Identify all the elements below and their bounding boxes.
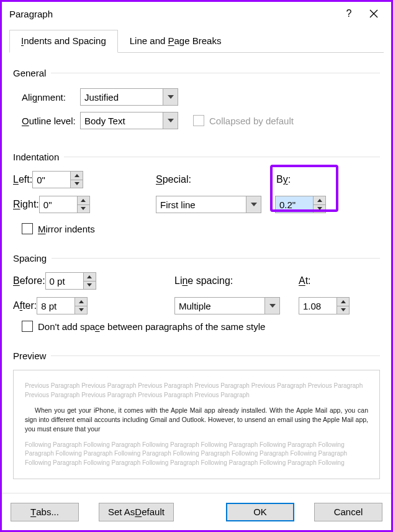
no-add-space-checkbox[interactable]: Don't add space between paragraphs of th… — [13, 321, 380, 332]
close-button[interactable] — [361, 4, 386, 23]
at-spinner[interactable]: 1.08 — [299, 297, 350, 314]
at-label: At: — [299, 275, 311, 287]
alignment-value: Justified — [81, 89, 163, 105]
spin-down-icon[interactable] — [84, 282, 96, 290]
alignment-combo[interactable]: Justified — [80, 88, 178, 106]
indent-right-spinner[interactable]: 0" — [39, 196, 90, 213]
section-general: General — [13, 68, 380, 78]
preview-next-text: Following Paragraph Following Paragraph … — [25, 441, 368, 468]
line-spacing-label: Line spacing: — [174, 275, 233, 287]
spin-down-icon[interactable] — [75, 306, 87, 314]
before-label: Before: — [13, 275, 45, 287]
chevron-down-icon — [246, 196, 261, 213]
collapsed-label: Collapsed by default — [209, 116, 294, 126]
checkbox-box-icon — [22, 321, 33, 332]
ok-button[interactable]: OK — [226, 503, 294, 521]
checkbox-box-icon — [193, 115, 204, 126]
indent-right-label: Right: — [13, 199, 39, 210]
before-value: 0 pt — [46, 273, 83, 289]
tab-indents-spacing[interactable]: Indents and Spacing — [9, 30, 118, 53]
preview-prev-text: Previous Paragraph Previous Paragraph Pr… — [25, 382, 368, 400]
spin-up-icon[interactable] — [75, 298, 87, 306]
line-spacing-value: Multiple — [175, 298, 264, 314]
after-label: After: — [13, 300, 37, 311]
indent-left-spinner[interactable]: 0" — [32, 171, 83, 188]
spin-down-icon[interactable] — [78, 205, 89, 213]
outline-level-label: Outline level: — [13, 116, 80, 126]
titlebar: Paragraph ? — [2, 2, 391, 25]
section-spacing: Spacing — [13, 253, 380, 264]
no-add-space-label: Don't add space between paragraphs of th… — [38, 321, 265, 332]
chevron-down-icon — [163, 89, 178, 105]
spin-down-icon[interactable] — [71, 180, 83, 188]
help-button[interactable]: ? — [337, 4, 361, 23]
checkbox-box-icon — [22, 223, 33, 234]
mirror-indents-label: Mirror indents — [38, 224, 95, 234]
after-value: 8 pt — [37, 298, 75, 314]
line-spacing-combo[interactable]: Multiple — [174, 297, 280, 314]
dialog-title: Paragraph — [9, 9, 337, 19]
tabs-button[interactable]: Tabs... — [11, 503, 79, 521]
indent-right-value: 0" — [40, 196, 77, 213]
spin-up-icon[interactable] — [84, 273, 96, 282]
set-as-default-button[interactable]: Set As Default — [99, 503, 174, 521]
after-spinner[interactable]: 8 pt — [37, 297, 88, 314]
dialog-footer: Tabs... Set As Default OK Cancel — [2, 493, 391, 530]
indent-left-value: 0" — [33, 172, 70, 188]
before-spinner[interactable]: 0 pt — [45, 272, 96, 290]
chevron-down-icon — [264, 298, 279, 314]
indent-left-label: Left: — [13, 174, 32, 185]
tab-label: ndents and Spacing — [24, 35, 106, 46]
close-icon — [369, 9, 378, 18]
outline-level-value: Body Text — [81, 112, 163, 129]
at-value: 1.08 — [299, 298, 337, 314]
annotation-highlight — [270, 165, 338, 212]
tab-line-page-breaks[interactable]: Line and Page Breaks — [118, 30, 233, 53]
spin-down-icon[interactable] — [337, 306, 349, 314]
section-preview: Preview — [13, 351, 380, 361]
mirror-indents-checkbox[interactable]: Mirror indents — [13, 223, 380, 234]
dialog-content: General Alignment: Justified Outline lev… — [2, 53, 391, 493]
outline-level-combo[interactable]: Body Text — [80, 112, 178, 129]
spin-up-icon[interactable] — [78, 196, 89, 205]
spin-up-icon[interactable] — [71, 172, 83, 180]
paragraph-dialog: Paragraph ? Indents and Spacing Line and… — [0, 0, 393, 532]
preview-pane: Previous Paragraph Previous Paragraph Pr… — [13, 370, 380, 479]
alignment-label: Alignment: — [13, 92, 80, 103]
section-indentation: Indentation — [13, 152, 380, 162]
collapsed-checkbox: Collapsed by default — [193, 115, 294, 126]
special-label: Special: — [156, 174, 191, 185]
special-combo[interactable]: First line — [156, 196, 261, 213]
cancel-button[interactable]: Cancel — [314, 503, 382, 521]
preview-main-text: When you get your iPhone, it comes with … — [25, 406, 368, 434]
chevron-down-icon — [163, 112, 178, 129]
spin-up-icon[interactable] — [337, 298, 349, 306]
tab-strip: Indents and Spacing Line and Page Breaks — [9, 29, 384, 53]
special-value: First line — [156, 196, 246, 213]
